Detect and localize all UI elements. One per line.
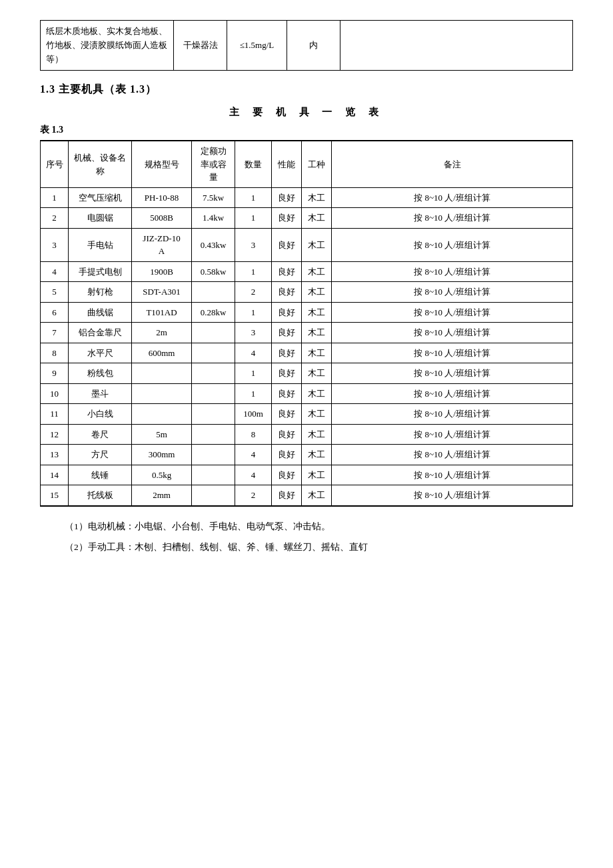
cell-qty: 1 bbox=[235, 363, 272, 384]
cell-name: 射钉枪 bbox=[69, 282, 132, 303]
cell-notes: 按 8~10 人/班组计算 bbox=[332, 465, 573, 485]
footer-notes: （1）电动机械：小电锯、小台刨、手电钻、电动气泵、冲击钻。 （2）手动工具：木刨… bbox=[40, 517, 573, 556]
cell-work: 木工 bbox=[302, 363, 332, 384]
cell-spec: 2mm bbox=[132, 485, 192, 506]
cell-perf: 良好 bbox=[272, 383, 302, 404]
cell-seq: 1 bbox=[41, 187, 69, 208]
cell-perf: 良好 bbox=[272, 465, 302, 485]
cell-seq: 13 bbox=[41, 445, 69, 465]
top-col1: 纸层木质地板、实木复合地板、竹地板、浸渍胶膜纸饰面人造板等） bbox=[41, 21, 174, 71]
section-title: 1.3 主要机具（表 1.3） bbox=[40, 83, 573, 97]
cell-seq: 8 bbox=[41, 343, 69, 363]
table-row: 11小白线100m良好木工按 8~10 人/班组计算 bbox=[41, 404, 573, 425]
table-row: 5射钉枪SDT-A3012良好木工按 8~10 人/班组计算 bbox=[41, 282, 573, 303]
table-row: 7铝合金靠尺2m3良好木工按 8~10 人/班组计算 bbox=[41, 323, 573, 343]
cell-power bbox=[192, 323, 235, 343]
cell-notes: 按 8~10 人/班组计算 bbox=[332, 485, 573, 506]
cell-name: 手提式电刨 bbox=[69, 261, 132, 282]
cell-perf: 良好 bbox=[272, 208, 302, 229]
cell-perf: 良好 bbox=[272, 424, 302, 445]
table-row: 1空气压缩机PH-10-887.5kw1良好木工按 8~10 人/班组计算 bbox=[41, 187, 573, 208]
col-header-name: 机械、设备名称 bbox=[69, 141, 132, 187]
cell-work: 木工 bbox=[302, 323, 332, 343]
cell-perf: 良好 bbox=[272, 228, 302, 261]
cell-qty: 1 bbox=[235, 208, 272, 229]
table-row: 9粉线包1良好木工按 8~10 人/班组计算 bbox=[41, 363, 573, 384]
cell-work: 木工 bbox=[302, 383, 332, 404]
cell-name: 方尺 bbox=[69, 445, 132, 465]
cell-seq: 7 bbox=[41, 323, 69, 343]
cell-spec: 5m bbox=[132, 424, 192, 445]
cell-qty: 2 bbox=[235, 485, 272, 506]
cell-work: 木工 bbox=[302, 424, 332, 445]
cell-power bbox=[192, 445, 235, 465]
cell-spec: 300mm bbox=[132, 445, 192, 465]
cell-seq: 2 bbox=[41, 208, 69, 229]
col-header-perf: 性能 bbox=[272, 141, 302, 187]
cell-qty: 3 bbox=[235, 323, 272, 343]
cell-spec: 5008B bbox=[132, 208, 192, 229]
cell-name: 线锤 bbox=[69, 465, 132, 485]
table-row: 4手提式电刨1900B0.58kw1良好木工按 8~10 人/班组计算 bbox=[41, 261, 573, 282]
cell-name: 水平尺 bbox=[69, 343, 132, 363]
top-section: 纸层木质地板、实木复合地板、竹地板、浸渍胶膜纸饰面人造板等） 干燥器法 ≤1.5… bbox=[40, 20, 573, 71]
cell-perf: 良好 bbox=[272, 485, 302, 506]
table-row: 15托线板2mm2良好木工按 8~10 人/班组计算 bbox=[41, 485, 573, 506]
cell-work: 木工 bbox=[302, 228, 332, 261]
cell-qty: 1 bbox=[235, 383, 272, 404]
table-row: 8水平尺600mm4良好木工按 8~10 人/班组计算 bbox=[41, 343, 573, 363]
cell-spec: 600mm bbox=[132, 343, 192, 363]
cell-power bbox=[192, 404, 235, 425]
top-col2: 干燥器法 bbox=[174, 21, 227, 71]
cell-work: 木工 bbox=[302, 404, 332, 425]
cell-name: 卷尺 bbox=[69, 424, 132, 445]
cell-perf: 良好 bbox=[272, 302, 302, 323]
cell-perf: 良好 bbox=[272, 323, 302, 343]
table-row: 14线锤0.5kg4良好木工按 8~10 人/班组计算 bbox=[41, 465, 573, 485]
cell-work: 木工 bbox=[302, 187, 332, 208]
cell-notes: 按 8~10 人/班组计算 bbox=[332, 404, 573, 425]
col-header-qty: 数量 bbox=[235, 141, 272, 187]
cell-seq: 9 bbox=[41, 363, 69, 384]
cell-perf: 良好 bbox=[272, 343, 302, 363]
top-col4: 内 bbox=[287, 21, 340, 71]
table-row: 12卷尺5m8良好木工按 8~10 人/班组计算 bbox=[41, 424, 573, 445]
cell-perf: 良好 bbox=[272, 261, 302, 282]
cell-notes: 按 8~10 人/班组计算 bbox=[332, 383, 573, 404]
cell-perf: 良好 bbox=[272, 445, 302, 465]
cell-notes: 按 8~10 人/班组计算 bbox=[332, 323, 573, 343]
cell-qty: 4 bbox=[235, 343, 272, 363]
cell-power bbox=[192, 485, 235, 506]
cell-seq: 6 bbox=[41, 302, 69, 323]
cell-seq: 12 bbox=[41, 424, 69, 445]
cell-notes: 按 8~10 人/班组计算 bbox=[332, 261, 573, 282]
cell-power bbox=[192, 282, 235, 303]
cell-work: 木工 bbox=[302, 208, 332, 229]
cell-seq: 10 bbox=[41, 383, 69, 404]
cell-spec: 2m bbox=[132, 323, 192, 343]
cell-spec: T101AD bbox=[132, 302, 192, 323]
col-header-spec: 规格型号 bbox=[132, 141, 192, 187]
cell-spec bbox=[132, 383, 192, 404]
top-col3: ≤1.5mg/L bbox=[227, 21, 287, 71]
cell-work: 木工 bbox=[302, 485, 332, 506]
col-header-seq: 序号 bbox=[41, 141, 69, 187]
cell-qty: 1 bbox=[235, 187, 272, 208]
cell-notes: 按 8~10 人/班组计算 bbox=[332, 343, 573, 363]
cell-work: 木工 bbox=[302, 445, 332, 465]
cell-seq: 3 bbox=[41, 228, 69, 261]
cell-seq: 15 bbox=[41, 485, 69, 506]
top-col5 bbox=[340, 21, 573, 71]
footer-note1: （1）电动机械：小电锯、小台刨、手电钻、电动气泵、冲击钻。 bbox=[47, 517, 573, 535]
cell-qty: 1 bbox=[235, 302, 272, 323]
cell-name: 电圆锯 bbox=[69, 208, 132, 229]
cell-name: 曲线锯 bbox=[69, 302, 132, 323]
cell-name: 托线板 bbox=[69, 485, 132, 506]
table-row: 2电圆锯5008B1.4kw1良好木工按 8~10 人/班组计算 bbox=[41, 208, 573, 229]
footer-note2: （2）手动工具：木刨、扫槽刨、线刨、锯、斧、锤、螺丝刀、摇钻、直钉 bbox=[47, 538, 573, 556]
cell-qty: 2 bbox=[235, 282, 272, 303]
cell-seq: 5 bbox=[41, 282, 69, 303]
col-header-work: 工种 bbox=[302, 141, 332, 187]
cell-spec: SDT-A301 bbox=[132, 282, 192, 303]
cell-spec bbox=[132, 404, 192, 425]
